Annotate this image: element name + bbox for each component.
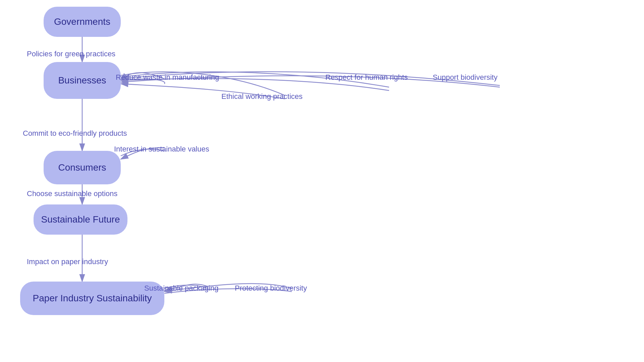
impact-label: Impact on paper industry — [27, 257, 108, 266]
businesses-node: Businesses — [44, 62, 121, 99]
human-rights-label: Respect for human rights — [325, 73, 408, 82]
paper-industry-node: Paper Industry Sustainability — [20, 282, 164, 315]
choose-label: Choose sustainable options — [27, 189, 117, 198]
ethical-label: Ethical working practices — [221, 92, 303, 101]
protecting-bio-label: Protecting biodiversity — [235, 284, 307, 293]
commit-label: Commit to eco-friendly products — [23, 129, 127, 138]
reduce-waste-label: Reduce waste in manufacturing — [116, 73, 219, 82]
sustainable-packaging-label: Sustainable packaging — [144, 284, 218, 293]
sustainable-future-node: Sustainable Future — [34, 204, 127, 235]
interest-label: Interest in sustainable values — [114, 145, 209, 154]
governments-node: Governments — [44, 7, 121, 37]
biodiversity-label: Support biodiversity — [433, 73, 497, 82]
policies-label: Policies for green practices — [27, 50, 115, 58]
consumers-node: Consumers — [44, 151, 121, 184]
diagram-container: Governments Businesses Consumers Sustain… — [0, 0, 644, 362]
